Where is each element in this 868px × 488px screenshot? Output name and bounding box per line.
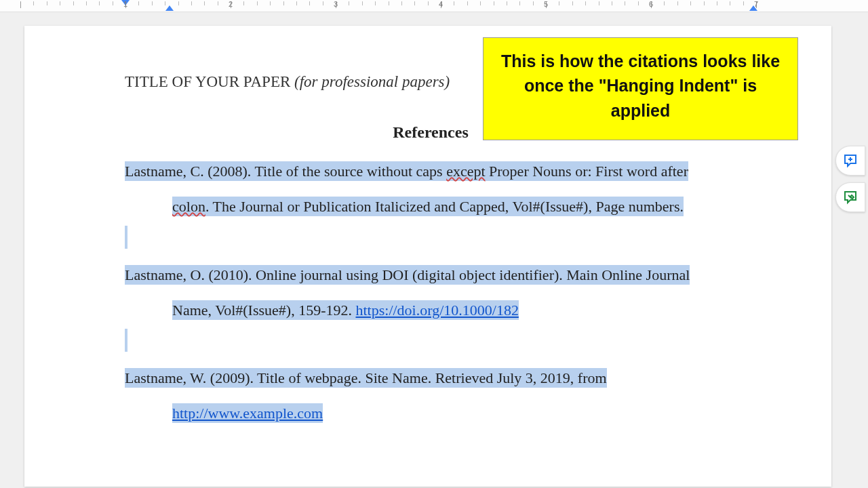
ruler-tick: [349, 1, 349, 5]
spelling-flag[interactable]: except: [446, 163, 485, 180]
ruler-tick: [612, 1, 612, 5]
callout-text: This is how the citations looks like onc…: [501, 52, 780, 120]
ruler-tick: [243, 1, 244, 5]
ruler-tick: [178, 1, 179, 5]
left-indent-marker[interactable]: [165, 5, 174, 11]
selection-marker: [125, 329, 127, 352]
references-list[interactable]: Lastname, C. (2008). Title of the source…: [125, 161, 736, 424]
side-action-bar: [835, 146, 868, 212]
ruler-label: 7: [754, 0, 758, 8]
ref-text: Lastname, C. (2008). Title of the source…: [125, 163, 446, 180]
ruler-tick: [138, 1, 139, 5]
ruler-tick: [73, 1, 74, 5]
paper-title-text: TITLE OF YOUR PAPER: [125, 73, 294, 90]
ruler-tick: [99, 1, 100, 5]
ruler-tick: [47, 1, 47, 5]
ruler-tick: [165, 1, 165, 5]
ruler-tick: [559, 1, 559, 5]
ruler-label: 1: [123, 0, 127, 8]
ruler-tick: [730, 1, 730, 5]
doi-link[interactable]: https://doi.org/10.1000/182: [356, 302, 519, 319]
ruler-label: 3: [334, 0, 338, 8]
ruler-tick: [507, 1, 507, 5]
ruler-tick: [704, 1, 705, 5]
suggest-edits-icon: [842, 189, 859, 205]
ruler-tick: [20, 1, 21, 8]
ruler-tick: [191, 1, 192, 5]
ref-text: Lastname, W. (2009). Title of webpage. S…: [125, 368, 607, 388]
ruler-tick: [743, 1, 744, 5]
ruler-tick: [218, 1, 218, 5]
annotation-callout: This is how the citations looks like onc…: [483, 37, 798, 140]
ruler-tick: [152, 1, 153, 5]
ruler-tick: [638, 1, 639, 5]
url-link[interactable]: http://www.example.com: [172, 405, 323, 422]
ruler-tick: [519, 1, 520, 5]
ruler-label: 6: [649, 0, 653, 8]
suggest-edits-button[interactable]: [835, 182, 865, 212]
ruler-tick: [494, 1, 494, 5]
ruler-tick: [257, 1, 258, 5]
ruler-tick: [625, 1, 625, 5]
ruler-tick: [717, 1, 717, 5]
ruler-tick: [401, 1, 402, 5]
ref-text: Lastname, O. (2010). Online journal usin…: [125, 265, 690, 285]
ref-text: Name, Vol#(Issue#), 159-192.: [172, 302, 356, 319]
ruler-tick: [283, 1, 284, 5]
ruler-tick: [60, 1, 60, 5]
ruler-tick: [599, 1, 599, 5]
add-comment-button[interactable]: [835, 146, 865, 176]
ruler-tick: [690, 1, 691, 5]
ruler-label: 2: [229, 0, 233, 8]
horizontal-ruler[interactable]: 1234567: [0, 0, 868, 12]
reference-entry: Lastname, C. (2008). Title of the source…: [125, 161, 736, 218]
ruler-tick: [664, 1, 665, 5]
ruler-tick: [375, 1, 376, 5]
ruler-tick: [533, 1, 534, 5]
ruler-tick: [309, 1, 310, 5]
ruler-tick: [204, 1, 205, 5]
ref-text: Proper Nouns or: First word after: [486, 163, 688, 180]
ruler-tick: [270, 1, 271, 5]
ruler-tick: [33, 1, 34, 5]
ruler-tick: [428, 1, 429, 5]
ruler-tick: [467, 1, 468, 5]
ruler-tick: [86, 1, 87, 5]
paper-title-subtitle: (for professional papers): [294, 73, 450, 90]
ruler-label: 4: [439, 0, 443, 8]
ruler-tick: [572, 1, 573, 5]
ruler-tick: [454, 1, 454, 5]
ruler-tick: [362, 1, 363, 5]
ruler-tick: [677, 1, 678, 5]
ruler-tick: [389, 1, 389, 5]
paper-title: TITLE OF YOUR PAPER (for professional pa…: [125, 73, 450, 91]
ruler-tick: [323, 1, 323, 5]
ref-text: . The Journal or Publication Italicized …: [205, 198, 684, 215]
ruler-tick: [585, 1, 586, 5]
reference-entry: Lastname, O. (2010). Online journal usin…: [125, 264, 736, 321]
reference-entry: Lastname, W. (2009). Title of webpage. S…: [125, 367, 736, 424]
ruler-tick: [296, 1, 297, 5]
ruler-tick: [414, 1, 415, 5]
ruler-tick: [480, 1, 481, 5]
ruler-label: 5: [544, 0, 548, 8]
selection-marker: [125, 226, 127, 249]
ruler-tick: [113, 1, 113, 5]
spelling-flag[interactable]: colon: [172, 198, 205, 215]
add-comment-icon: [842, 152, 859, 169]
